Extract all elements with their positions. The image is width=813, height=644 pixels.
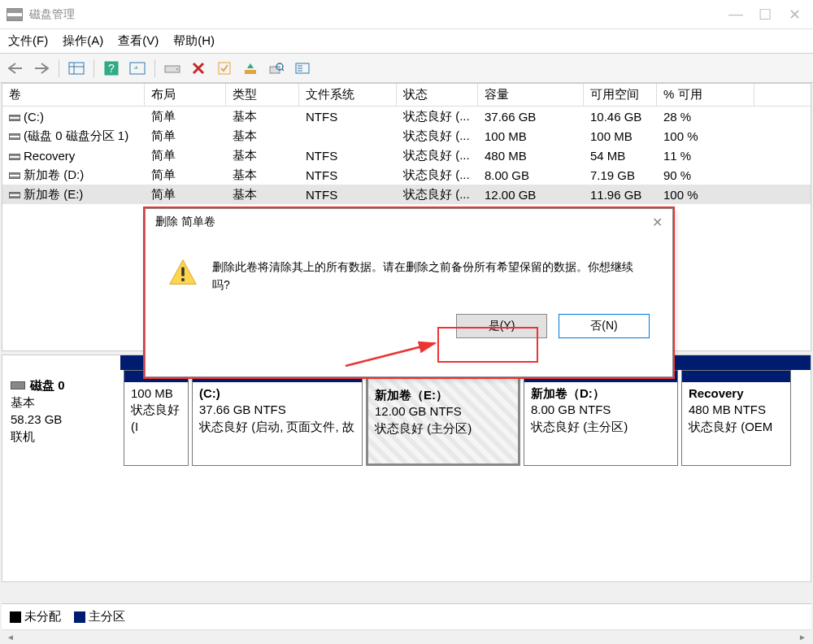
svg-text:?: ?: [108, 62, 115, 75]
dialog-title: 删除 简单卷: [155, 215, 215, 229]
close-button[interactable]: ✕: [789, 9, 800, 20]
partition-block[interactable]: 新加卷（D:）8.00 GB NTFS状态良好 (主分区): [524, 370, 678, 466]
disk-size: 58.23 GB: [11, 411, 112, 428]
th-volume[interactable]: 卷: [2, 84, 145, 106]
check-icon[interactable]: [215, 59, 233, 77]
partition-status: 状态良好 (主分区): [531, 419, 671, 435]
menu-view[interactable]: 查看(V): [118, 33, 159, 49]
maximize-button[interactable]: ☐: [759, 9, 771, 20]
cell-type: 基本: [226, 186, 299, 203]
window-title: 磁盘管理: [29, 7, 730, 22]
app-icon: [7, 8, 23, 21]
table-row[interactable]: (C:)简单基本NTFS状态良好 (...37.66 GB10.46 GB28 …: [2, 107, 811, 126]
th-layout[interactable]: 布局: [145, 84, 226, 106]
back-button[interactable]: [7, 59, 24, 77]
partition-name: Recovery: [689, 385, 784, 402]
yes-button[interactable]: 是(Y): [456, 314, 547, 338]
cell-status: 状态良好 (...: [397, 147, 478, 164]
th-free[interactable]: 可用空间: [584, 84, 657, 106]
legend: 未分配 主分区: [2, 603, 811, 629]
cell-layout: 简单: [145, 147, 226, 164]
volume-icon: [9, 154, 20, 160]
swatch-black-icon: [10, 611, 21, 623]
disk-type: 基本: [11, 394, 112, 411]
legend-primary: 主分区: [74, 609, 125, 624]
toolbar-separator: [93, 59, 94, 77]
cell-fs: NTFS: [299, 109, 397, 124]
cell-free: 10.46 GB: [584, 109, 657, 124]
disk-icon[interactable]: [163, 59, 181, 77]
legend-unallocated: 未分配: [10, 609, 61, 624]
toolbar-separator: [154, 59, 155, 77]
th-status[interactable]: 状态: [397, 84, 478, 106]
refresh-icon[interactable]: [128, 59, 146, 77]
cell-layout: 简单: [145, 128, 226, 145]
delete-volume-dialog: 删除 简单卷 ✕ 删除此卷将清除其上的所有数据。请在删除之前备份所有希望保留的数…: [145, 208, 673, 377]
cell-type: 基本: [226, 108, 299, 125]
cell-pct: 28 %: [657, 109, 754, 124]
delete-icon[interactable]: [189, 59, 207, 77]
view-icon[interactable]: [67, 59, 85, 77]
partition-size: 8.00 GB NTFS: [531, 402, 671, 418]
warning-icon: [168, 258, 198, 287]
cell-vol: 新加卷 (D:): [2, 167, 145, 184]
partition-size: 480 MB NTFS: [689, 402, 784, 418]
cell-free: 7.19 GB: [584, 168, 657, 183]
partition-block[interactable]: 100 MB状态良好 (I: [124, 370, 189, 466]
table-header-row: 卷 布局 类型 文件系统 状态 容量 可用空间 % 可用: [2, 84, 811, 107]
disk-info[interactable]: 磁盘 0 基本 58.23 GB 联机: [2, 370, 120, 469]
partition-block[interactable]: (C:)37.66 GB NTFS状态良好 (启动, 页面文件, 故: [192, 370, 363, 466]
th-pct[interactable]: % 可用: [657, 84, 754, 106]
th-fs[interactable]: 文件系统: [299, 84, 397, 106]
horizontal-scrollbar[interactable]: ◄►: [2, 629, 811, 644]
title-bar: 磁盘管理 — ☐ ✕: [0, 0, 813, 29]
menu-help[interactable]: 帮助(H): [173, 33, 215, 49]
dialog-close-button[interactable]: ✕: [652, 215, 663, 230]
cell-layout: 简单: [145, 108, 226, 125]
cell-status: 状态良好 (...: [397, 128, 478, 145]
cell-status: 状态良好 (...: [397, 167, 478, 184]
cell-vol: Recovery: [2, 148, 145, 163]
cell-pct: 100 %: [657, 187, 754, 202]
th-type[interactable]: 类型: [226, 84, 299, 106]
table-row[interactable]: 新加卷 (E:)简单基本NTFS状态良好 (...12.00 GB11.96 G…: [2, 185, 811, 204]
help-icon[interactable]: ?: [102, 59, 120, 77]
svg-line-12: [282, 69, 284, 71]
disk-drive-icon: [11, 381, 25, 389]
forward-button[interactable]: [33, 59, 50, 77]
no-button[interactable]: 否(N): [559, 314, 650, 338]
table-row[interactable]: 新加卷 (D:)简单基本NTFS状态良好 (...8.00 GB7.19 GB9…: [2, 165, 811, 185]
swatch-blue-icon: [74, 611, 85, 623]
partition-size: 37.66 GB NTFS: [199, 402, 355, 418]
partition-name: (C:): [199, 385, 355, 402]
volume-icon: [9, 115, 20, 121]
volume-icon: [9, 133, 20, 140]
cell-status: 状态良好 (...: [397, 108, 478, 125]
cell-type: 基本: [226, 128, 299, 145]
cell-fs: NTFS: [299, 148, 397, 163]
search-disk-icon[interactable]: [267, 59, 285, 77]
properties-icon[interactable]: [293, 59, 311, 77]
th-capacity[interactable]: 容量: [478, 84, 584, 106]
minimize-button[interactable]: —: [730, 9, 741, 20]
menu-file[interactable]: 文件(F): [8, 33, 48, 49]
disk-name: 磁盘 0: [30, 378, 65, 392]
svg-rect-0: [69, 63, 84, 74]
menu-action[interactable]: 操作(A): [63, 33, 103, 49]
cell-type: 基本: [226, 147, 299, 164]
up-icon[interactable]: [241, 59, 259, 77]
partition-status: 状态良好 (OEM: [689, 419, 784, 435]
cell-fs: NTFS: [299, 168, 397, 183]
svg-point-7: [176, 68, 178, 70]
cell-pct: 11 %: [657, 148, 754, 163]
partition-block[interactable]: Recovery480 MB NTFS状态良好 (OEM: [681, 370, 791, 466]
table-row[interactable]: Recovery简单基本NTFS状态良好 (...480 MB54 MB11 %: [2, 146, 811, 165]
svg-rect-9: [245, 70, 256, 74]
partition-size: 100 MB: [131, 385, 181, 402]
table-row[interactable]: (磁盘 0 磁盘分区 1)简单基本状态良好 (...100 MB100 MB10…: [2, 126, 811, 146]
partition-block[interactable]: 新加卷（E:）12.00 GB NTFS状态良好 (主分区): [366, 370, 520, 466]
cell-status: 状态良好 (...: [397, 186, 478, 203]
partition-row: 100 MB状态良好 (I(C:)37.66 GB NTFS状态良好 (启动, …: [120, 370, 811, 469]
volume-icon: [9, 192, 20, 198]
partition-size: 12.00 GB NTFS: [375, 403, 511, 420]
